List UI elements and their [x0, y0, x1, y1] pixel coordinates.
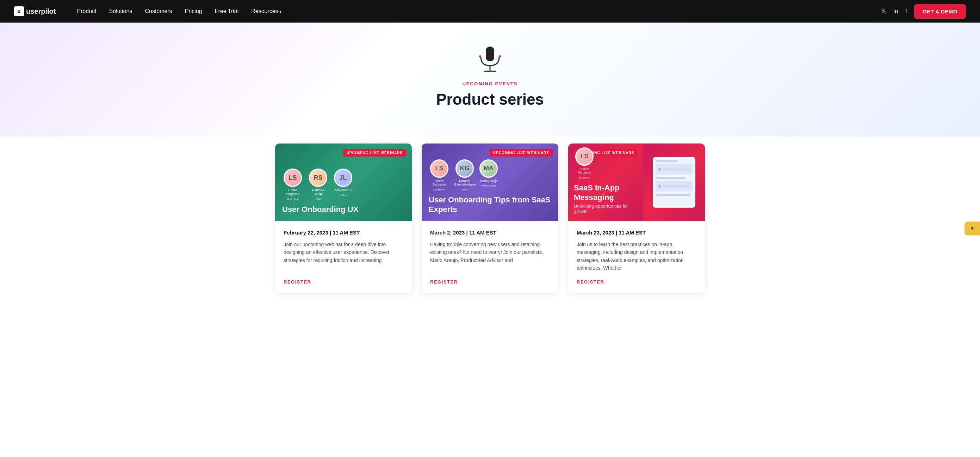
- side-cta-button[interactable]: ▲: [964, 222, 980, 236]
- card-image: UPCOMING LIVE WEBINARS LS Lusine Sargsya…: [275, 144, 412, 221]
- twitter-icon[interactable]: 𝕏: [881, 7, 886, 15]
- card-title-overlay: User Onboarding UX: [282, 205, 405, 214]
- speaker-org: ProductLed: [482, 184, 496, 187]
- card-description: Join us to learn the best practices on i…: [577, 240, 697, 272]
- card-description: Having trouble converting new users and …: [430, 240, 550, 272]
- mock-block: [655, 181, 692, 192]
- logo[interactable]: u userpilot: [14, 6, 56, 16]
- speaker-org: krisp: [462, 188, 468, 191]
- speaker-org: @serpilot: [578, 176, 590, 179]
- hero-title: Product series: [7, 91, 973, 108]
- card-image-bg: UPCOMING LIVE WEBINARS LS Lusine Sargsya…: [275, 144, 412, 221]
- nav-link-resources[interactable]: Resources: [251, 8, 282, 14]
- card-content: February 22, 2023 | 11 AM EST Join our u…: [275, 221, 412, 293]
- nav-link-pricing[interactable]: Pricing: [185, 8, 202, 14]
- card-title-overlay: User Onboarding Tips from SaaS Experts: [429, 195, 551, 214]
- mock-block: [655, 164, 692, 174]
- mic-icon: [476, 44, 504, 75]
- nav-links: ProductSolutionsCustomersPricingFree Tri…: [77, 8, 881, 14]
- speaker-avatar: LS: [575, 147, 593, 166]
- facebook-icon[interactable]: f: [905, 8, 907, 15]
- speaker-org: @serpilot: [433, 188, 445, 191]
- card-speakers: LS Lusine Sargsyan @serpilot KG Karapet …: [429, 160, 551, 192]
- register-link[interactable]: REGISTER: [430, 279, 550, 284]
- speaker: LS Lusine Sargsyan @serpilot: [282, 169, 303, 201]
- speaker-avatar: RS: [309, 169, 327, 187]
- mock-dot: [659, 168, 661, 171]
- speaker-name: Lusine Sargsyan: [282, 188, 303, 196]
- register-link[interactable]: REGISTER: [283, 279, 403, 284]
- card-description: Join our upcoming webinar for a deep div…: [283, 240, 403, 272]
- nav-link-free-trial[interactable]: Free Trial: [215, 8, 239, 14]
- webinar-card-2: UPCOMING LIVE WEBINARS LS Lusine Sargsya…: [422, 144, 558, 293]
- card-content: March 23, 2023 | 11 AM EST Join us to le…: [568, 221, 705, 293]
- card-image: UPCOMING LIVE WEBINARS LS Lusine Sargsya…: [422, 144, 558, 221]
- card-date: March 23, 2023 | 11 AM EST: [577, 230, 697, 236]
- speaker-name: Karapet Gyumjibashyan: [454, 179, 475, 187]
- card-speakers: LS Lusine Sargsyan @serpilot RS Ramona S…: [282, 169, 405, 201]
- card-date: February 22, 2023 | 11 AM EST: [283, 230, 403, 236]
- card-image-right: [643, 144, 705, 221]
- speaker-avatar: LS: [430, 160, 449, 178]
- speaker: RS Ramona Sartipi IBM: [307, 169, 329, 201]
- social-links: 𝕏 in f: [881, 7, 907, 15]
- card-image-bg: UPCOMING LIVE WEBINARS LS Lusine Sargsya…: [422, 144, 558, 221]
- speaker: MA Mario Araujo ProductLed: [479, 160, 498, 192]
- linkedin-icon[interactable]: in: [893, 8, 898, 15]
- card-date: March 2, 2023 | 11 AM EST: [430, 230, 550, 236]
- webinar-badge: UPCOMING LIVE WEBINARS: [490, 149, 553, 157]
- webinar-badge: UPCOMING LIVE WEBINARS: [343, 149, 406, 157]
- card-content: March 2, 2023 | 11 AM EST Having trouble…: [422, 221, 558, 293]
- speaker-org: ecobee: [339, 193, 348, 197]
- logo-text: userpilot: [26, 7, 56, 16]
- events-label: UPCOMING EVENTS: [7, 81, 973, 86]
- screenshot-mock: [653, 157, 695, 208]
- card-image-left: UPCOMING LIVE WEBINARS LS Lusine Sargsya…: [568, 144, 643, 221]
- speaker-name: Lusine Sargsyan: [429, 179, 450, 187]
- side-cta-icon: ▲: [970, 226, 975, 231]
- mock-bar: [655, 160, 678, 162]
- mock-bar: [655, 193, 691, 196]
- webinar-card-1: UPCOMING LIVE WEBINARS LS Lusine Sargsya…: [275, 144, 412, 293]
- speaker-org: @serpilot: [287, 198, 299, 201]
- mock-line: [663, 169, 690, 170]
- speaker-avatar: JL: [334, 169, 352, 187]
- speaker-avatar: KG: [455, 160, 474, 178]
- logo-icon: u: [14, 6, 24, 16]
- mock-bar: [655, 177, 685, 179]
- speaker-avatar: LS: [283, 169, 302, 187]
- speaker-org: IBM: [316, 198, 321, 201]
- nav-link-solutions[interactable]: Solutions: [109, 8, 132, 14]
- speaker-name: Jacqueline Liu: [333, 188, 353, 192]
- speaker: LS Lusine Sargsyan @serpilot: [429, 160, 450, 192]
- speaker: LS Lusine Sargsyan @serpilot: [574, 147, 595, 179]
- webinar-card-3: UPCOMING LIVE WEBINARS LS Lusine Sargsya…: [568, 144, 705, 293]
- register-link[interactable]: REGISTER: [577, 279, 697, 284]
- card-title-overlay: SaaS In-App Messaging: [574, 183, 638, 202]
- get-demo-button[interactable]: GET A DEMO: [914, 4, 966, 19]
- mock-dot: [659, 185, 661, 188]
- card-image: UPCOMING LIVE WEBINARS LS Lusine Sargsya…: [568, 144, 705, 221]
- speaker-avatar: MA: [479, 160, 498, 178]
- nav-link-customers[interactable]: Customers: [145, 8, 172, 14]
- svg-rect-0: [486, 46, 494, 61]
- cards-grid: UPCOMING LIVE WEBINARS LS Lusine Sargsya…: [261, 136, 719, 314]
- speaker-name: Ramona Sartipi: [307, 188, 329, 196]
- card-subtitle: Unlocking opportunities for growth: [574, 203, 638, 214]
- hero-section: UPCOMING EVENTS Product series: [0, 22, 980, 136]
- speaker-name: Mario Araujo: [480, 179, 498, 183]
- svg-point-3: [479, 55, 481, 58]
- svg-point-4: [499, 55, 501, 58]
- nav-link-product[interactable]: Product: [77, 8, 96, 14]
- mock-line: [663, 185, 690, 187]
- speaker: KG Karapet Gyumjibashyan krisp: [454, 160, 475, 192]
- speaker: JL Jacqueline Liu ecobee: [333, 169, 353, 201]
- card-speakers: LS Lusine Sargsyan @serpilot: [574, 147, 638, 179]
- navbar: u userpilot ProductSolutionsCustomersPri…: [0, 0, 980, 22]
- speaker-name: Lusine Sargsyan: [574, 167, 595, 175]
